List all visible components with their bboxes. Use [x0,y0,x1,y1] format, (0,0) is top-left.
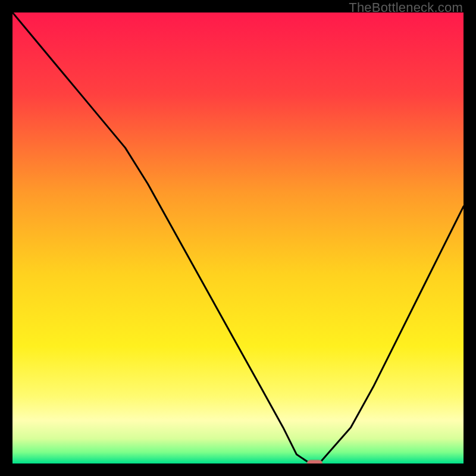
plot-area [12,12,464,464]
optimal-point-marker [307,460,322,464]
gradient-background [12,12,464,464]
bottleneck-chart [12,12,464,464]
chart-frame: TheBottleneck.com [0,0,476,476]
